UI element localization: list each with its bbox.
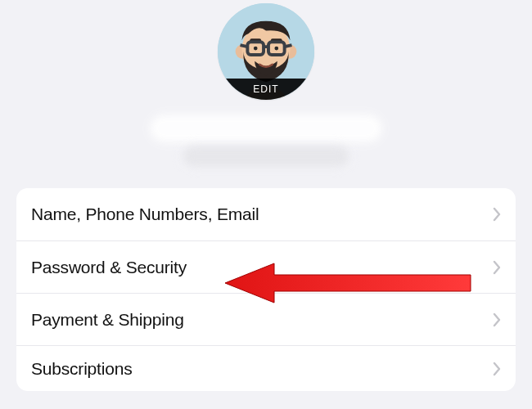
settings-row-payment-shipping[interactable]: Payment & Shipping: [16, 293, 516, 345]
edit-avatar-button[interactable]: EDIT: [218, 79, 314, 100]
edit-label: EDIT: [253, 83, 278, 95]
svg-point-11: [254, 47, 258, 51]
profile-email-redacted: [184, 147, 348, 165]
profile-header: EDIT: [0, 0, 532, 165]
chevron-right-icon: [493, 362, 501, 376]
profile-name-block: [151, 116, 381, 165]
svg-line-10: [285, 45, 292, 47]
chevron-right-icon: [493, 312, 501, 327]
chevron-right-icon: [493, 207, 501, 222]
settings-row-label: Name, Phone Numbers, Email: [31, 204, 259, 224]
account-settings-list: Name, Phone Numbers, Email Password & Se…: [16, 188, 516, 391]
profile-avatar[interactable]: EDIT: [218, 3, 314, 100]
svg-line-9: [241, 45, 248, 47]
settings-row-label: Subscriptions: [31, 359, 132, 379]
settings-row-label: Payment & Shipping: [31, 310, 184, 330]
profile-name-redacted: [151, 116, 381, 141]
chevron-right-icon: [493, 260, 501, 275]
settings-row-label: Password & Security: [31, 258, 187, 277]
settings-row-name-phone-email[interactable]: Name, Phone Numbers, Email: [16, 188, 516, 240]
svg-point-12: [274, 47, 278, 51]
settings-row-subscriptions[interactable]: Subscriptions: [16, 345, 516, 391]
settings-row-password-security[interactable]: Password & Security: [16, 240, 516, 293]
